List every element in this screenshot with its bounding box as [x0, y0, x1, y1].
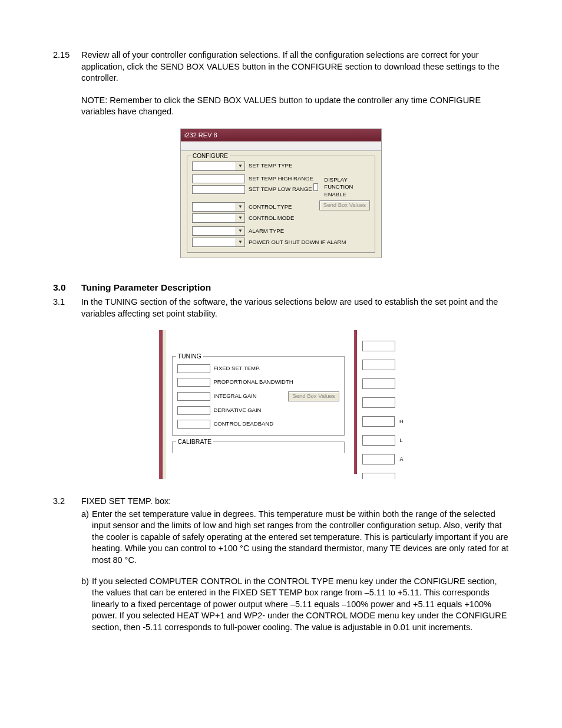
- set-temp-low-label: SET TEMP LOW RANGE: [249, 186, 312, 193]
- chevron-down-icon: ▼: [236, 227, 244, 235]
- alarm-type-label: ALARM TYPE: [249, 228, 284, 235]
- display-function-checkbox[interactable]: [313, 183, 319, 191]
- tuning-screenshot: TUNING FIXED SET TEMP. PROPORTIONAL BAND…: [159, 330, 404, 479]
- paragraph-2-15: 2.15 Review all of your controller confi…: [53, 50, 509, 118]
- readout-box: [362, 454, 395, 465]
- control-deadband-input[interactable]: [177, 420, 210, 429]
- send-box-values-button[interactable]: Send Box Values: [288, 391, 339, 401]
- window-titlebar: i232 REV 8: [181, 129, 381, 141]
- paragraph-3-2: 3.2 FIXED SET TEMP. box: a) Enter the se…: [53, 496, 509, 633]
- item-b-text: If you selected COMPUTER CONTROL in the …: [92, 576, 509, 634]
- chevron-down-icon: ▼: [236, 238, 244, 246]
- integral-gain-label: INTEGRAL GAIN: [214, 393, 257, 400]
- list-marker: b): [81, 576, 92, 634]
- readout-label-a: A: [397, 456, 403, 463]
- tuning-fieldset: TUNING FIXED SET TEMP. PROPORTIONAL BAND…: [172, 356, 345, 436]
- heading-3-0: 3.0 Tuning Parameter Description: [53, 282, 509, 294]
- proportional-bandwidth-input[interactable]: [177, 378, 210, 387]
- chevron-down-icon: ▼: [236, 214, 244, 222]
- fixed-set-temp-lead: FIXED SET TEMP. box:: [81, 496, 509, 508]
- power-out-label: POWER OUT SHUT DOWN IF ALARM: [249, 239, 346, 246]
- configure-legend: CONFIGURE: [191, 152, 230, 160]
- set-temp-low-input[interactable]: [192, 185, 245, 194]
- calibrate-fieldset: CALIBRATE: [172, 442, 345, 453]
- proportional-bandwidth-label: PROPORTIONAL BANDWIDTH: [214, 378, 293, 386]
- send-box-values-button[interactable]: Send Box Values: [319, 200, 370, 210]
- section-text: In the TUNING section of the software, t…: [81, 297, 509, 319]
- paragraph-3-1: 3.1 In the TUNING section of the softwar…: [53, 297, 509, 319]
- readout-box: [362, 341, 395, 351]
- readout-box: [362, 360, 395, 370]
- window-edge-stripe: [354, 330, 357, 474]
- heading-text: Tuning Parameter Description: [81, 282, 509, 294]
- section-number: 2.15: [53, 50, 81, 118]
- item-a-text: Enter the set temperature value in degre…: [92, 509, 509, 566]
- set-temp-high-input[interactable]: [192, 174, 245, 183]
- tuning-legend: TUNING: [176, 352, 203, 360]
- readout-box: [362, 473, 395, 479]
- set-temp-type-label: SET TEMP TYPE: [249, 162, 292, 170]
- set-temp-high-label: SET TEMP HIGH RANGE: [249, 175, 313, 183]
- heading-number: 3.0: [53, 282, 81, 294]
- readout-box: [362, 397, 395, 408]
- section-body: Review all of your controller configurat…: [81, 50, 509, 118]
- control-deadband-label: CONTROL DEADBAND: [214, 420, 274, 428]
- right-readout-pane: H L A: [362, 330, 404, 479]
- derivative-gain-input[interactable]: [177, 406, 210, 415]
- toolbar-strip: [181, 141, 381, 151]
- readout-box: [362, 378, 395, 389]
- fixed-set-temp-input[interactable]: [177, 364, 210, 373]
- chevron-down-icon: ▼: [236, 162, 244, 170]
- fixed-set-temp-label: FIXED SET TEMP.: [214, 365, 260, 373]
- control-type-label: CONTROL TYPE: [249, 203, 292, 211]
- readout-box: [362, 416, 395, 427]
- chevron-down-icon: ▼: [236, 203, 244, 211]
- alarm-type-combo[interactable]: ▼: [192, 226, 245, 236]
- integral-gain-input[interactable]: [177, 392, 210, 401]
- control-type-combo[interactable]: ▼: [192, 202, 245, 212]
- set-temp-type-combo[interactable]: ▼: [192, 162, 245, 171]
- section-note: NOTE: Remember to click the SEND BOX VAL…: [81, 95, 509, 118]
- display-function-label: DISPLAY FUNCTION ENABLE: [324, 176, 370, 199]
- list-marker: a): [81, 509, 92, 566]
- configure-screenshot: i232 REV 8 CONFIGURE ▼ SET TEMP TYPE SET…: [180, 129, 382, 258]
- calibrate-legend: CALIBRATE: [176, 437, 214, 446]
- control-mode-combo[interactable]: ▼: [192, 213, 245, 223]
- readout-label-l: L: [398, 437, 403, 444]
- derivative-gain-label: DERIVATIVE GAIN: [214, 407, 262, 414]
- section-text: Review all of your controller configurat…: [81, 50, 509, 84]
- section-number: 3.1: [53, 297, 81, 319]
- readout-box: [362, 435, 395, 446]
- power-out-combo[interactable]: ▼: [192, 238, 245, 247]
- section-number: 3.2: [53, 496, 81, 633]
- configure-fieldset: CONFIGURE ▼ SET TEMP TYPE SET TEMP HIGH …: [187, 156, 375, 253]
- section-body: FIXED SET TEMP. box: a) Enter the set te…: [81, 496, 509, 633]
- window-edge-stripe-inner: [163, 330, 166, 479]
- control-mode-label: CONTROL MODE: [249, 215, 294, 222]
- readout-label-h: H: [397, 418, 404, 425]
